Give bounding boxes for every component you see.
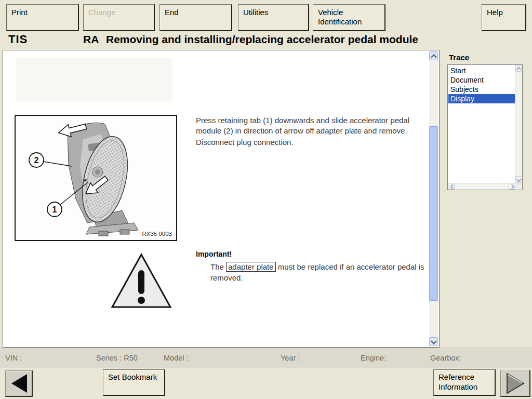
- page-title: Removing and installing/replacing accele…: [106, 33, 418, 46]
- reference-information-button[interactable]: Reference Information: [433, 369, 496, 396]
- trace-items: Start Document Subjects Display: [448, 66, 515, 103]
- trace-horizontal-scrollbar[interactable]: [448, 183, 515, 190]
- scrollbar-thumb[interactable]: [429, 126, 438, 301]
- trace-scroll-right-icon[interactable]: [509, 183, 515, 190]
- status-bar: VIN : Series : R50 Model : Year : Engine…: [0, 348, 532, 368]
- help-button[interactable]: Help: [482, 4, 526, 31]
- step-text: Press retaining tab (1) downwards and sl…: [196, 115, 432, 136]
- status-year: Year :: [281, 354, 300, 362]
- trace-item-display[interactable]: Display: [448, 94, 515, 103]
- pedal-module-illustration: 2 1 RX35 0003: [16, 116, 176, 240]
- vehicle-identification-button[interactable]: Vehicle Identification: [313, 4, 385, 31]
- forward-arrow-icon: [504, 372, 526, 395]
- status-gearbox: Gearbox:: [430, 354, 461, 362]
- warning-triangle-icon: [111, 253, 172, 310]
- status-vin: VIN :: [5, 354, 22, 362]
- step-text-2: Disconnect plug connection.: [196, 137, 432, 148]
- adapter-plate-link[interactable]: adapter plate: [226, 262, 276, 272]
- change-button: Change: [83, 4, 155, 31]
- trace-scrollbar-corner: [515, 183, 522, 190]
- important-heading: Important!: [196, 250, 232, 258]
- status-engine: Engine:: [361, 354, 386, 362]
- scroll-up-icon[interactable]: [429, 51, 438, 60]
- trace-vertical-scrollbar[interactable]: [515, 65, 522, 183]
- document-scrollbar[interactable]: [429, 51, 438, 346]
- trace-scroll-left-icon[interactable]: [448, 183, 455, 190]
- trace-scroll-down-icon[interactable]: [515, 176, 522, 183]
- print-button[interactable]: Print: [6, 4, 79, 31]
- back-button[interactable]: [5, 370, 33, 397]
- content-placeholder: [16, 58, 172, 101]
- trace-item-document[interactable]: Document: [448, 75, 515, 85]
- document-code: RA: [83, 33, 99, 46]
- end-button[interactable]: End: [159, 4, 232, 31]
- app-name: TIS: [8, 33, 28, 46]
- trace-item-start[interactable]: Start: [448, 66, 515, 75]
- set-bookmark-button[interactable]: Set Bookmark: [103, 369, 165, 396]
- important-text: The adapter plate must be replaced if an…: [210, 261, 434, 283]
- trace-scroll-up-icon[interactable]: [515, 65, 522, 72]
- figure-reference: RX35 0003: [142, 231, 172, 237]
- callout-1: 1: [52, 205, 57, 214]
- callout-2: 2: [34, 156, 39, 165]
- trace-listbox: Start Document Subjects Display: [447, 64, 523, 190]
- back-arrow-icon: [8, 373, 29, 394]
- tis-window: Print Change End Utilities Vehicle Ident…: [0, 0, 532, 399]
- scroll-down-icon[interactable]: [429, 337, 438, 346]
- pedal-module-figure: 2 1 RX35 0003: [15, 115, 177, 241]
- trace-label: Trace: [449, 53, 469, 62]
- document-viewport: 2 1 RX35 0003 Press retaining tab (1) do…: [3, 50, 440, 348]
- status-series: Series : R50: [96, 354, 138, 362]
- important-text-before: The: [210, 262, 226, 271]
- trace-item-subjects[interactable]: Subjects: [448, 85, 515, 94]
- utilities-button[interactable]: Utilities: [238, 4, 309, 31]
- status-model: Model :: [164, 354, 189, 362]
- forward-button[interactable]: [500, 370, 530, 397]
